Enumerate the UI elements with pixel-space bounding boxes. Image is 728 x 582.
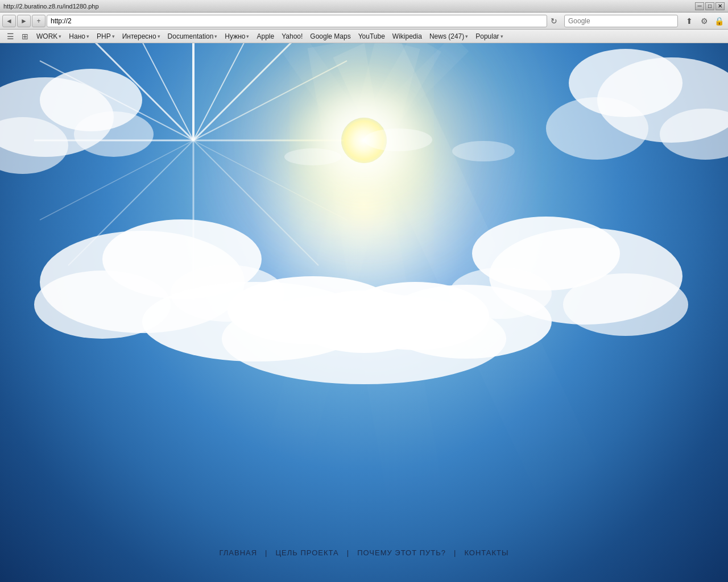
bookmark-arrow-php: ▾ [112, 34, 115, 39]
bookmark-php[interactable]: PHP▾ [93, 31, 118, 41]
svg-point-38 [452, 141, 515, 161]
svg-point-36 [364, 128, 432, 151]
footer-link-why[interactable]: ПОЧЕМУ ЭТОТ ПУТЬ? [350, 546, 453, 559]
bookmarks-bar: ☰ ⊞ WORK▾Нано▾PHP▾Интересно▾Documentatio… [0, 30, 728, 43]
bookmark-documentation[interactable]: Documentation▾ [164, 31, 221, 41]
bookmark-arrow-nuzhno: ▾ [246, 34, 249, 39]
share-icon[interactable]: ⬆ [682, 15, 696, 27]
grid-icon[interactable]: ⊞ [18, 30, 32, 43]
bookmark-youtube[interactable]: YouTube [355, 31, 388, 41]
gear-icon[interactable]: ⚙ [697, 15, 711, 27]
bookmark-wikipedia[interactable]: Wikipedia [389, 31, 425, 41]
bookmark-news[interactable]: News (247)▾ [426, 31, 471, 41]
bookmark-work[interactable]: WORK▾ [33, 31, 65, 41]
bookmark-googlemaps[interactable]: Google Maps [307, 31, 354, 41]
svg-point-28 [563, 273, 688, 336]
bookmark-arrow-news: ▾ [465, 34, 468, 39]
footer-separator: | [264, 548, 268, 557]
maximize-button[interactable]: □ [705, 2, 714, 10]
bookmark-nano[interactable]: Нано▾ [65, 31, 93, 41]
url-bar[interactable] [47, 15, 547, 27]
add-tab-button[interactable]: + [32, 15, 46, 27]
bookmark-popular[interactable]: Popular▾ [472, 31, 506, 41]
bookmark-arrow-nano: ▾ [86, 34, 89, 39]
close-button[interactable]: ✕ [715, 2, 725, 10]
search-input[interactable] [564, 15, 678, 27]
bookmark-apple[interactable]: Apple [253, 31, 278, 41]
sky-background: ГЛАВНАЯ|ЦЕЛЬ ПРОЕКТА|ПОЧЕМУ ЭТОТ ПУТЬ?|К… [0, 43, 728, 582]
svg-point-21 [546, 97, 648, 160]
title-bar: http://2.buratino.z8.ru/ind1280.php ─ □ … [0, 0, 728, 13]
bookmarks-icon[interactable]: ☰ [3, 30, 17, 43]
page-title: http://2.buratino.z8.ru/ind1280.php [3, 3, 99, 10]
forward-button[interactable]: ► [17, 15, 31, 27]
svg-point-35 [222, 293, 506, 384]
minimize-button[interactable]: ─ [695, 2, 704, 10]
bookmark-arrow-interesting: ▾ [158, 34, 160, 39]
bookmark-interesting[interactable]: Интересно▾ [119, 31, 164, 41]
lock-icon[interactable]: 🔒 [712, 15, 726, 27]
back-button[interactable]: ◄ [2, 15, 16, 27]
navigation-bar: ◄ ► + ↻ ⬆ ⚙ 🔒 [0, 13, 728, 30]
page-content: ГЛАВНАЯ|ЦЕЛЬ ПРОЕКТА|ПОЧЕМУ ЭТОТ ПУТЬ?|К… [0, 43, 728, 582]
footer-navigation: ГЛАВНАЯ|ЦЕЛЬ ПРОЕКТА|ПОЧЕМУ ЭТОТ ПУТЬ?|К… [0, 546, 728, 559]
footer-link-goal[interactable]: ЦЕЛЬ ПРОЕКТА [269, 546, 346, 559]
clouds-svg [0, 43, 728, 577]
bookmark-arrow-popular: ▾ [500, 34, 503, 39]
bookmark-arrow-documentation: ▾ [214, 34, 217, 39]
footer-link-main[interactable]: ГЛАВНАЯ [212, 546, 264, 559]
footer-separator: | [453, 548, 457, 557]
bookmark-yahoo[interactable]: Yahoo! [278, 31, 306, 41]
svg-point-17 [74, 111, 154, 157]
refresh-button[interactable]: ↻ [548, 15, 560, 27]
svg-point-37 [284, 148, 341, 165]
footer-link-contacts[interactable]: КОНТАКТЫ [457, 546, 515, 559]
bookmark-arrow-work: ▾ [59, 34, 61, 39]
footer-separator: | [346, 548, 350, 557]
bookmark-nuzhno[interactable]: Нужно▾ [221, 31, 253, 41]
